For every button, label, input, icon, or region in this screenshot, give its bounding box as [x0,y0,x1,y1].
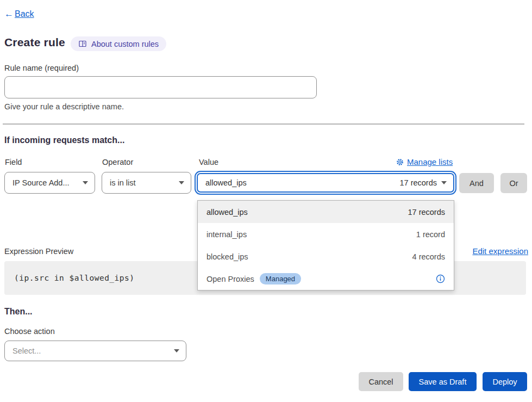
operator-select-value: is in list [110,178,136,187]
list-item-name: allowed_ips [206,208,248,217]
operator-select[interactable]: is in list [102,172,191,194]
edit-expression-link[interactable]: Edit expression [472,246,528,256]
choose-action-label: Choose action [4,327,55,336]
cancel-button[interactable]: Cancel [359,372,403,391]
manage-lists-label: Manage lists [407,157,453,166]
rule-name-helper-text: Give your rule a descriptive name. [4,102,124,111]
chevron-down-icon [179,181,184,184]
chevron-down-icon [83,181,88,184]
edit-expression-label: Edit expression [472,246,528,256]
chevron-down-icon [174,349,179,352]
and-button[interactable]: And [459,173,494,193]
page-title: Create rule [4,36,65,49]
list-item-blocked-ips[interactable]: blocked_ips 4 records [198,245,454,268]
field-select[interactable]: IP Source Add... [4,172,95,194]
expression-code: (ip.src in $allowed_ips) [14,274,135,282]
list-item-name: internal_ips [206,230,247,239]
expression-preview-label: Expression Preview [4,247,73,256]
list-item-internal-ips[interactable]: internal_ips 1 record [198,223,454,245]
about-pill-label: About custom rules [91,40,159,48]
back-arrow-icon: ← [4,9,14,20]
gear-icon [396,158,404,166]
field-select-value: IP Source Add... [12,178,70,187]
value-label: Value [199,158,218,166]
back-label: Back [15,9,34,19]
back-link[interactable]: ←Back [4,9,34,20]
list-item-records: 4 records [412,252,445,261]
action-select-placeholder: Select... [12,347,41,355]
value-combobox-records: 17 records [399,178,437,187]
match-section-heading: If incoming requests match... [4,135,124,145]
save-as-draft-button[interactable]: Save as Draft [409,372,477,391]
rule-name-label: Rule name (required) [4,64,79,72]
or-button[interactable]: Or [500,173,527,193]
list-item-open-proxies[interactable]: Open Proxies Managed [198,268,454,290]
rule-name-input[interactable] [4,76,317,98]
book-icon [78,40,87,48]
manage-lists-link[interactable]: Manage lists [396,157,453,166]
value-combobox[interactable]: allowed_ips 17 records [195,171,456,195]
list-item-records: 1 record [416,230,445,239]
deploy-button[interactable]: Deploy [483,372,527,391]
then-section-heading: Then... [4,307,33,317]
list-item-records: 17 records [408,208,445,217]
operator-label: Operator [102,158,133,166]
list-dropdown-panel: allowed_ips 17 records internal_ips 1 re… [197,200,454,290]
info-icon[interactable] [436,274,445,283]
chevron-down-icon [441,181,447,184]
section-divider [3,123,524,125]
managed-badge: Managed [260,273,301,285]
action-select[interactable]: Select... [4,341,186,361]
list-item-name: blocked_ips [206,252,248,261]
list-item-name: Open Proxies [206,275,254,283]
about-custom-rules-link[interactable]: About custom rules [71,36,166,51]
list-item-allowed-ips[interactable]: allowed_ips 17 records [198,201,454,223]
field-label: Field [5,158,22,166]
value-combobox-value: allowed_ips [205,178,399,187]
